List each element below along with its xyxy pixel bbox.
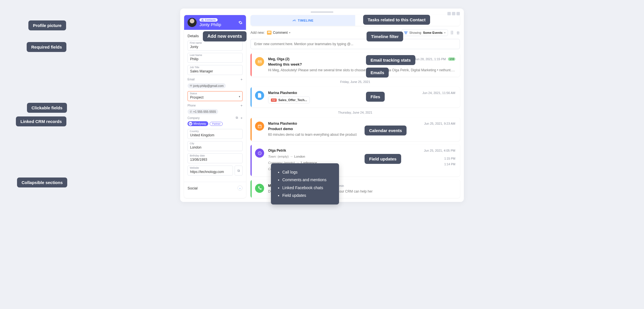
tab-timeline[interactable]: TIMELINE xyxy=(251,15,355,26)
mail-icon xyxy=(255,57,264,66)
timeline-email-card[interactable]: Meg, Olga (2) Jun 28, 2021, 1:15 PM 17d … xyxy=(251,53,460,77)
email-tracking-badge[interactable]: 17d xyxy=(448,57,455,61)
add-email-icon[interactable]: + xyxy=(240,77,243,82)
timeline-toolbar: Add new: Comment ▾ Showing Some Events ▾… xyxy=(251,29,460,36)
filter-icon xyxy=(404,31,408,34)
date-divider: Thursday, June 24, 2021 xyxy=(251,111,460,114)
callout: Profile picture xyxy=(28,20,66,30)
partner-tag: Partner xyxy=(210,122,223,126)
country-field[interactable]: Country xyxy=(188,129,243,139)
email-time: Jun 28, 2021, 1:15 PM xyxy=(414,57,446,61)
first-name-field[interactable]: First name xyxy=(188,41,243,51)
gear-icon[interactable] xyxy=(238,20,243,25)
callout: Clickable fields xyxy=(27,103,67,113)
status-field[interactable]: Status ▾ xyxy=(188,91,243,101)
city-field[interactable]: City xyxy=(188,141,243,151)
phone-label-row: Phone + xyxy=(188,103,243,108)
phone-icon: ✆ xyxy=(190,110,192,113)
timeline-event-card[interactable]: Marina Plashenko Jun 25, 2021, 9:23 AM P… xyxy=(251,118,460,141)
company-chip[interactable]: M Mindyway xyxy=(188,121,208,126)
file-attachment[interactable]: PDF Sales_Offer_Tech... xyxy=(268,97,310,103)
birthday-field[interactable]: Birthday date xyxy=(188,153,243,163)
window-handle xyxy=(311,11,333,13)
profile-header: Contacts Jonty Philip xyxy=(184,15,246,30)
add-new-label: Add new: xyxy=(251,31,265,35)
add-company-icon[interactable]: + xyxy=(240,116,243,120)
company-initial: M xyxy=(189,122,192,126)
history-icon xyxy=(255,149,264,158)
file-icon xyxy=(255,91,264,100)
phone-icon xyxy=(255,184,264,193)
comment-icon xyxy=(267,31,272,35)
job-title-field[interactable]: Job Title xyxy=(188,65,243,75)
file-author: Marina Plashenko xyxy=(268,91,297,95)
file-time: Jun 24, 2021, 11:56 AM xyxy=(422,91,455,95)
email-preview: Hi Meg, Absolutely! Please send me sever… xyxy=(268,68,455,73)
window-controls xyxy=(447,12,460,15)
contact-sidebar: Contacts Jonty Philip Details ⌃ First na… xyxy=(184,15,246,198)
chevron-down-icon[interactable]: ▾ xyxy=(239,95,240,98)
callout: Linked CRM records xyxy=(16,116,66,126)
pdf-icon: PDF xyxy=(271,99,277,102)
callout: Files xyxy=(366,92,385,102)
callout: Timeline filter xyxy=(367,32,403,41)
contacts-badge[interactable]: Contacts xyxy=(199,18,218,22)
add-comment-button[interactable]: Comment ▾ xyxy=(267,31,291,35)
calendar-icon xyxy=(255,122,264,131)
email-subject: Meeting this week? xyxy=(268,62,455,66)
chevron-down-icon: ▾ xyxy=(444,32,445,34)
callout: Tasks related to this Contact xyxy=(363,15,430,25)
phone-pill[interactable]: ✆ +1 555-555-5555 xyxy=(188,109,218,114)
comment-input[interactable] xyxy=(251,39,460,49)
chevron-down-icon: ▾ xyxy=(289,31,291,34)
email-label-row: Email + xyxy=(188,77,243,82)
avatar[interactable] xyxy=(188,18,197,27)
social-label: Social xyxy=(188,186,197,190)
details-label: Details xyxy=(188,34,199,38)
callout: Email tracking stats xyxy=(366,55,415,65)
callout: Field updates xyxy=(365,154,401,164)
contacts-badge-label: Contacts xyxy=(205,18,216,21)
callout: Add new events xyxy=(203,31,247,41)
svg-point-0 xyxy=(202,19,203,20)
callout: Emails xyxy=(366,68,389,78)
timeline-filter[interactable]: Showing Some Events ▾ xyxy=(401,29,448,36)
event-author: Marina Plashenko xyxy=(268,122,297,126)
svg-rect-3 xyxy=(258,125,261,128)
email-author: Meg, Olga (2) xyxy=(268,57,289,61)
profile-name: Jonty Philip xyxy=(199,22,235,27)
last-name-field[interactable]: Last Name xyxy=(188,53,243,63)
mail-icon: ✉ xyxy=(190,84,192,87)
event-desc: 60 minutes demo call to learn everything… xyxy=(268,132,455,137)
website-field[interactable]: Website xyxy=(188,166,233,176)
chevron-down-icon[interactable]: ⌄ xyxy=(237,185,243,191)
company-label-row: Company ⧉ + xyxy=(188,116,243,120)
update-author: Olga Petrik xyxy=(268,149,286,153)
external-link-icon[interactable]: ⧉ xyxy=(236,116,238,120)
svg-point-1 xyxy=(203,19,203,20)
email-pill[interactable]: ✉ jonty.philip@gmail.com xyxy=(188,83,226,88)
date-divider: Friday, June 25, 2021 xyxy=(251,80,460,83)
callout: Calendar events xyxy=(365,126,407,135)
social-section-header[interactable]: Social ⌄ xyxy=(184,182,246,193)
timeline-file-card[interactable]: Marina Plashenko Jun 24, 2021, 11:56 AM … xyxy=(251,87,460,107)
update-time: Jun 25, 2021, 4:05 PM xyxy=(424,149,455,152)
update-row-times: 1:15 PM 1:14 PM xyxy=(444,156,455,167)
callout: Collapsible sections xyxy=(17,178,67,187)
open-website-button[interactable]: ⧉ xyxy=(235,166,243,176)
archive-icon[interactable]: 🗄 xyxy=(450,31,454,35)
event-time: Jun 25, 2021, 9:23 AM xyxy=(424,122,455,125)
annotation-popup: Call logs Comments and mentions Linked F… xyxy=(271,163,339,204)
add-phone-icon[interactable]: + xyxy=(240,103,243,108)
trash-icon[interactable]: 🗑 xyxy=(456,31,460,35)
event-title: Product demo xyxy=(268,127,455,131)
city-input[interactable] xyxy=(188,141,243,151)
details-fields: First name Last Name Job Title Email + ✉ xyxy=(184,41,246,179)
callout: Required fields xyxy=(27,42,66,52)
